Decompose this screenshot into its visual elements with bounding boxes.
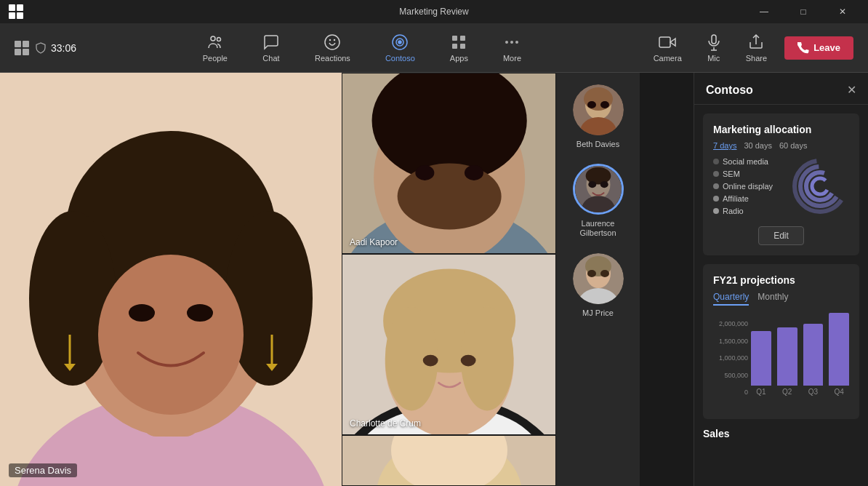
video-grid: Aadi Kapoor: [342, 73, 556, 486]
participant-beth[interactable]: Beth Davies: [573, 84, 624, 149]
bar-rect-q4: [829, 313, 849, 386]
svg-point-29: [187, 304, 213, 322]
time-tab-30days[interactable]: 30 days: [744, 141, 772, 150]
mj-name: MJ Price: [582, 308, 614, 318]
participant-laurence[interactable]: Laurence Gilbertson: [562, 164, 634, 238]
time-tab-7days[interactable]: 7 days: [713, 141, 736, 150]
charlotte-video-label: Charlotte de Crum: [350, 418, 421, 429]
y-label-1m: 1,000,000: [713, 354, 751, 362]
bar-q1: Q1: [751, 331, 771, 396]
serena-avatar-art: [0, 73, 342, 486]
toolbar-camera[interactable]: Camera: [648, 31, 688, 65]
toolbar-more[interactable]: More: [496, 31, 529, 65]
toolbar-chat[interactable]: Chat: [255, 31, 287, 65]
time-tab-60days[interactable]: 60 days: [779, 141, 808, 150]
laurence-name: Laurence Gilbertson: [562, 219, 634, 238]
bar-q4: Q4: [829, 313, 849, 396]
tab-quarterly[interactable]: Quarterly: [713, 292, 749, 306]
y-label-0: 0: [713, 389, 751, 396]
leave-button[interactable]: Leave: [784, 36, 853, 60]
svg-point-65: [588, 181, 596, 188]
toolbar-contoso[interactable]: Contoso: [378, 31, 422, 65]
laurence-avatar: [573, 164, 624, 215]
svg-point-51: [461, 355, 476, 367]
bar-rect-q3: [803, 324, 824, 386]
toolbar-people[interactable]: People: [196, 31, 235, 65]
donut-chart: [791, 157, 849, 215]
legend-dot-social: [713, 159, 719, 164]
svg-point-12: [505, 41, 508, 44]
y-label-500k: 500,000: [713, 372, 751, 379]
view-grid-icon: [15, 41, 29, 55]
toolbar-apps[interactable]: Apps: [443, 31, 475, 65]
mic-icon: [705, 33, 723, 51]
partial-avatar-art: [342, 436, 555, 486]
charlotte-avatar-art: [342, 255, 555, 434]
apps-icon: [450, 33, 467, 51]
bar-q2: Q2: [777, 327, 797, 396]
video-cell-charlotte: Charlotte de Crum: [342, 254, 556, 435]
marketing-card: Marketing allocation 7 days 30 days 60 d…: [703, 113, 859, 255]
marketing-time-tabs: 7 days 30 days 60 days: [713, 141, 849, 150]
bar-label-q3: Q3: [808, 388, 818, 396]
toolbar-share[interactable]: Share: [740, 31, 773, 65]
marketing-content: Social media SEM Online display Affiliat…: [713, 157, 849, 219]
svg-point-66: [600, 181, 608, 188]
edit-button[interactable]: Edit: [758, 226, 804, 245]
contoso-icon: [391, 33, 409, 51]
legend-sem: SEM: [713, 170, 784, 178]
bars-container: Q1 Q2 Q3 Q4: [751, 320, 849, 409]
svg-rect-11: [460, 44, 465, 49]
svg-point-41: [465, 165, 483, 180]
beth-avatar: [573, 84, 624, 135]
shield-icon: [35, 42, 47, 54]
svg-point-54: [391, 436, 507, 486]
svg-point-72: [600, 270, 609, 277]
svg-point-76: [812, 178, 828, 194]
svg-rect-10: [452, 44, 457, 49]
fy21-card-title: FY21 projections: [713, 274, 849, 286]
toolbar-mic[interactable]: Mic: [699, 31, 728, 65]
chat-icon: [262, 33, 280, 51]
side-panel-title: Contoso: [706, 84, 753, 97]
close-button[interactable]: ✕: [826, 0, 859, 23]
mj-avatar: [573, 253, 624, 304]
title-bar: Marketing Review — □ ✕: [0, 0, 868, 23]
sales-section-label: Sales: [694, 419, 868, 442]
svg-point-50: [423, 355, 438, 367]
svg-point-2: [325, 35, 339, 49]
window-controls: — □ ✕: [747, 0, 859, 23]
reactions-icon: [324, 33, 341, 51]
bar-label-q2: Q2: [782, 388, 792, 396]
toolbar-right: Camera Mic Share Leave: [648, 31, 853, 65]
phone-icon: [797, 42, 809, 54]
legend-online-display: Online display: [713, 182, 784, 191]
aadi-video-label: Aadi Kapoor: [350, 237, 398, 247]
side-panel-close[interactable]: ✕: [847, 83, 856, 97]
participant-mj[interactable]: MJ Price: [573, 253, 624, 318]
people-icon: [206, 33, 224, 51]
minimize-button[interactable]: —: [747, 0, 781, 23]
maximize-button[interactable]: □: [787, 0, 820, 23]
fy21-card: FY21 projections Quarterly Monthly 2,000…: [703, 264, 859, 419]
toolbar-reactions[interactable]: Reactions: [308, 31, 358, 65]
svg-rect-15: [659, 37, 670, 47]
svg-point-40: [415, 165, 434, 180]
legend-dot-online: [713, 183, 719, 189]
beth-name: Beth Davies: [576, 140, 619, 149]
main-video: Serena Davis: [0, 73, 342, 486]
svg-point-1: [217, 37, 220, 41]
serena-video-feed: [0, 73, 342, 486]
mj-avatar-art: [573, 253, 624, 304]
video-cell-partial: [342, 435, 556, 486]
svg-point-58: [584, 87, 613, 111]
beth-avatar-art: [573, 84, 624, 135]
marketing-card-title: Marketing allocation: [713, 124, 849, 135]
svg-point-39: [398, 164, 502, 230]
aadi-avatar-art: [342, 73, 555, 253]
tab-monthly[interactable]: Monthly: [758, 292, 788, 306]
toolbar-left: 33:06: [15, 41, 76, 55]
camera-icon: [659, 33, 676, 51]
main-content: Serena Davis: [0, 73, 868, 486]
y-label-15m: 1,500,000: [713, 338, 751, 345]
